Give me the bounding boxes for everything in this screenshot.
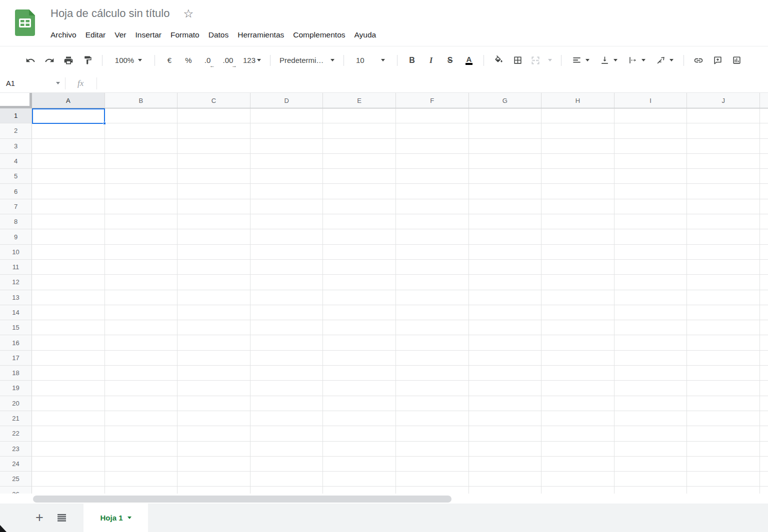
cell-H20[interactable] bbox=[542, 396, 614, 411]
cell-H25[interactable] bbox=[542, 472, 614, 487]
cell-I3[interactable] bbox=[614, 139, 688, 154]
cell-C4[interactable] bbox=[178, 154, 250, 169]
cell-J14[interactable] bbox=[687, 305, 760, 320]
row-header-20[interactable]: 20 bbox=[0, 396, 32, 411]
cell-E13[interactable] bbox=[323, 290, 396, 305]
cell-F14[interactable] bbox=[396, 305, 469, 320]
cell-B8[interactable] bbox=[105, 214, 178, 229]
cell-C18[interactable] bbox=[178, 366, 250, 381]
cell-A15[interactable] bbox=[32, 320, 105, 335]
cell-H16[interactable] bbox=[542, 335, 614, 350]
cell-I20[interactable] bbox=[614, 396, 688, 411]
cell-I19[interactable] bbox=[614, 381, 688, 396]
filter-button[interactable] bbox=[764, 51, 768, 69]
cell-B7[interactable] bbox=[105, 199, 178, 214]
cell-I17[interactable] bbox=[614, 351, 688, 366]
vertical-align-button[interactable] bbox=[594, 51, 622, 69]
cell-K22[interactable] bbox=[760, 426, 768, 441]
cell-H9[interactable] bbox=[542, 229, 614, 244]
cell-K21[interactable] bbox=[760, 411, 768, 426]
cell-C5[interactable] bbox=[178, 169, 250, 184]
row-header-10[interactable]: 10 bbox=[0, 245, 32, 260]
cell-B11[interactable] bbox=[105, 260, 178, 275]
cell-A8[interactable] bbox=[32, 214, 105, 229]
cell-B22[interactable] bbox=[105, 426, 178, 441]
cell-F16[interactable] bbox=[396, 335, 469, 350]
menu-herramientas[interactable]: Herramientas bbox=[233, 28, 288, 41]
cell-A5[interactable] bbox=[32, 169, 105, 184]
cell-C21[interactable] bbox=[178, 411, 250, 426]
cell-A13[interactable] bbox=[32, 290, 105, 305]
cell-A12[interactable] bbox=[32, 275, 105, 290]
cell-D1[interactable] bbox=[250, 108, 324, 123]
row-header-11[interactable]: 11 bbox=[0, 260, 32, 275]
row-header-2[interactable]: 2 bbox=[0, 123, 32, 138]
cell-E14[interactable] bbox=[323, 305, 396, 320]
menu-archivo[interactable]: Archivo bbox=[46, 28, 81, 41]
cell-H15[interactable] bbox=[542, 320, 614, 335]
cell-K23[interactable] bbox=[760, 442, 768, 457]
cell-K20[interactable] bbox=[760, 396, 768, 411]
cell-D5[interactable] bbox=[250, 169, 324, 184]
cell-D22[interactable] bbox=[250, 426, 324, 441]
cell-G24[interactable] bbox=[469, 457, 542, 472]
row-header-25[interactable]: 25 bbox=[0, 472, 32, 487]
cell-G4[interactable] bbox=[469, 154, 542, 169]
cell-J10[interactable] bbox=[687, 245, 760, 260]
row-header-23[interactable]: 23 bbox=[0, 442, 32, 457]
cell-I9[interactable] bbox=[614, 229, 688, 244]
cell-I2[interactable] bbox=[614, 123, 688, 138]
column-header-E[interactable]: E bbox=[323, 93, 396, 108]
cell-B12[interactable] bbox=[105, 275, 178, 290]
cell-K5[interactable] bbox=[760, 169, 768, 184]
cell-J4[interactable] bbox=[687, 154, 760, 169]
horizontal-align-button[interactable] bbox=[566, 51, 594, 69]
cell-F10[interactable] bbox=[396, 245, 469, 260]
row-header-22[interactable]: 22 bbox=[0, 426, 32, 441]
cell-F15[interactable] bbox=[396, 320, 469, 335]
cell-K17[interactable] bbox=[760, 351, 768, 366]
cell-F5[interactable] bbox=[396, 169, 469, 184]
cell-J6[interactable] bbox=[687, 184, 760, 199]
cell-C10[interactable] bbox=[178, 245, 250, 260]
cell-D14[interactable] bbox=[250, 305, 324, 320]
cell-H6[interactable] bbox=[542, 184, 614, 199]
cell-F13[interactable] bbox=[396, 290, 469, 305]
row-header-12[interactable]: 12 bbox=[0, 275, 32, 290]
cell-A21[interactable] bbox=[32, 411, 105, 426]
cell-H17[interactable] bbox=[542, 351, 614, 366]
cell-K2[interactable] bbox=[760, 123, 768, 138]
cell-C14[interactable] bbox=[178, 305, 250, 320]
cell-E8[interactable] bbox=[323, 214, 396, 229]
cell-C6[interactable] bbox=[178, 184, 250, 199]
cell-E1[interactable] bbox=[323, 108, 396, 123]
cell-I6[interactable] bbox=[614, 184, 688, 199]
column-header-H[interactable]: H bbox=[542, 93, 614, 108]
cell-C9[interactable] bbox=[178, 229, 250, 244]
cell-I16[interactable] bbox=[614, 335, 688, 350]
cell-G17[interactable] bbox=[469, 351, 542, 366]
cell-A20[interactable] bbox=[32, 396, 105, 411]
cell-G7[interactable] bbox=[469, 199, 542, 214]
cell-A17[interactable] bbox=[32, 351, 105, 366]
cell-D23[interactable] bbox=[250, 442, 324, 457]
cell-J23[interactable] bbox=[687, 442, 760, 457]
cell-B3[interactable] bbox=[105, 139, 178, 154]
cell-E15[interactable] bbox=[323, 320, 396, 335]
cell-K16[interactable] bbox=[760, 335, 768, 350]
cell-I4[interactable] bbox=[614, 154, 688, 169]
cell-J17[interactable] bbox=[687, 351, 760, 366]
format-percent-button[interactable]: % bbox=[179, 51, 198, 69]
cell-F22[interactable] bbox=[396, 426, 469, 441]
cell-F9[interactable] bbox=[396, 229, 469, 244]
cell-D25[interactable] bbox=[250, 472, 324, 487]
redo-button[interactable] bbox=[40, 51, 59, 69]
cell-C17[interactable] bbox=[178, 351, 250, 366]
cell-A23[interactable] bbox=[32, 442, 105, 457]
cell-E5[interactable] bbox=[323, 169, 396, 184]
insert-comment-button[interactable] bbox=[708, 51, 727, 69]
cell-A19[interactable] bbox=[32, 381, 105, 396]
increase-decimal-button[interactable]: .00 → bbox=[217, 51, 239, 69]
column-header-A[interactable]: A bbox=[32, 93, 105, 108]
decrease-decimal-button[interactable]: .0 ← bbox=[198, 51, 217, 69]
